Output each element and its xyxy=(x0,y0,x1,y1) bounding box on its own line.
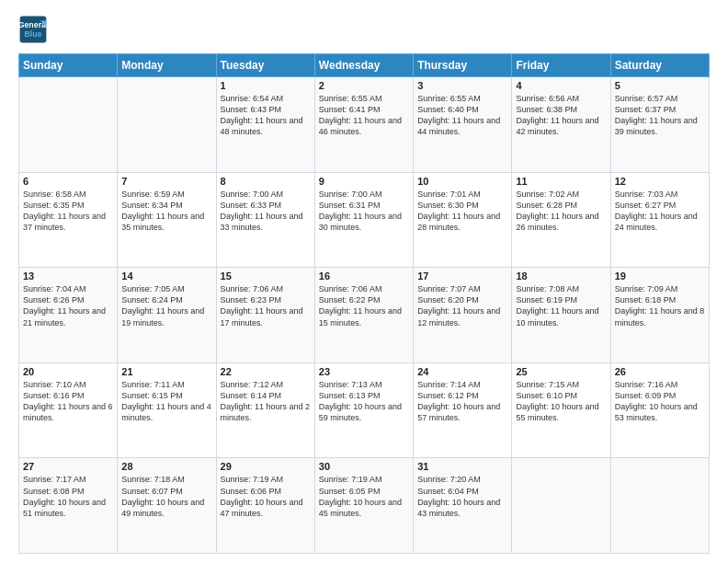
calendar-week-row: 27Sunrise: 7:17 AM Sunset: 6:08 PM Dayli… xyxy=(19,458,710,554)
day-info: Sunrise: 7:15 AM Sunset: 6:10 PM Dayligh… xyxy=(516,379,606,424)
calendar-cell: 31Sunrise: 7:20 AM Sunset: 6:04 PM Dayli… xyxy=(414,458,512,554)
day-info: Sunrise: 7:16 AM Sunset: 6:09 PM Dayligh… xyxy=(615,379,705,424)
day-number: 18 xyxy=(516,270,606,282)
calendar-cell: 21Sunrise: 7:11 AM Sunset: 6:15 PM Dayli… xyxy=(118,362,216,458)
day-info: Sunrise: 7:13 AM Sunset: 6:13 PM Dayligh… xyxy=(319,379,409,424)
calendar-cell: 6Sunrise: 6:58 AM Sunset: 6:35 PM Daylig… xyxy=(19,172,118,268)
day-info: Sunrise: 6:54 AM Sunset: 6:43 PM Dayligh… xyxy=(221,93,311,138)
day-number: 8 xyxy=(221,176,311,187)
day-info: Sunrise: 7:09 AM Sunset: 6:18 PM Dayligh… xyxy=(615,283,705,328)
calendar-cell: 8Sunrise: 7:00 AM Sunset: 6:33 PM Daylig… xyxy=(216,172,314,268)
day-number: 17 xyxy=(417,270,507,282)
day-info: Sunrise: 7:12 AM Sunset: 6:14 PM Dayligh… xyxy=(221,379,311,424)
day-info: Sunrise: 7:08 AM Sunset: 6:19 PM Dayligh… xyxy=(516,283,606,328)
day-number: 9 xyxy=(319,176,409,187)
calendar-cell: 29Sunrise: 7:19 AM Sunset: 6:06 PM Dayli… xyxy=(216,458,314,554)
day-number: 14 xyxy=(121,270,211,282)
day-info: Sunrise: 7:18 AM Sunset: 6:07 PM Dayligh… xyxy=(121,474,211,519)
calendar-week-row: 20Sunrise: 7:10 AM Sunset: 6:16 PM Dayli… xyxy=(19,362,710,458)
day-info: Sunrise: 7:05 AM Sunset: 6:24 PM Dayligh… xyxy=(121,283,211,328)
day-info: Sunrise: 6:59 AM Sunset: 6:34 PM Dayligh… xyxy=(121,189,211,234)
day-number: 29 xyxy=(221,461,311,472)
day-number: 13 xyxy=(23,270,113,282)
calendar-cell: 14Sunrise: 7:05 AM Sunset: 6:24 PM Dayli… xyxy=(118,268,216,363)
day-info: Sunrise: 6:56 AM Sunset: 6:38 PM Dayligh… xyxy=(516,93,606,138)
day-info: Sunrise: 7:00 AM Sunset: 6:31 PM Dayligh… xyxy=(319,189,409,234)
calendar-table: SundayMondayTuesdayWednesdayThursdayFrid… xyxy=(18,53,710,554)
calendar-cell: 3Sunrise: 6:55 AM Sunset: 6:40 PM Daylig… xyxy=(414,77,512,173)
logo-icon: General Blue xyxy=(18,15,48,44)
calendar-cell xyxy=(19,77,118,173)
day-number: 26 xyxy=(615,366,705,377)
calendar-cell xyxy=(118,77,216,173)
day-info: Sunrise: 6:57 AM Sunset: 6:37 PM Dayligh… xyxy=(615,93,705,138)
day-of-week-header: Saturday xyxy=(610,54,709,77)
day-info: Sunrise: 7:14 AM Sunset: 6:12 PM Dayligh… xyxy=(417,379,507,424)
calendar-cell: 22Sunrise: 7:12 AM Sunset: 6:14 PM Dayli… xyxy=(216,362,314,458)
day-info: Sunrise: 7:20 AM Sunset: 6:04 PM Dayligh… xyxy=(417,474,507,519)
day-of-week-header: Monday xyxy=(118,54,216,77)
calendar-cell: 24Sunrise: 7:14 AM Sunset: 6:12 PM Dayli… xyxy=(414,362,512,458)
calendar-cell: 15Sunrise: 7:06 AM Sunset: 6:23 PM Dayli… xyxy=(216,268,314,363)
day-number: 12 xyxy=(615,176,705,187)
day-of-week-header: Wednesday xyxy=(314,54,413,77)
calendar-cell: 20Sunrise: 7:10 AM Sunset: 6:16 PM Dayli… xyxy=(19,362,118,458)
day-of-week-header: Tuesday xyxy=(216,54,314,77)
day-header-row: SundayMondayTuesdayWednesdayThursdayFrid… xyxy=(19,54,710,77)
day-number: 19 xyxy=(615,270,705,282)
calendar-cell: 11Sunrise: 7:02 AM Sunset: 6:28 PM Dayli… xyxy=(512,172,610,268)
day-info: Sunrise: 7:11 AM Sunset: 6:15 PM Dayligh… xyxy=(121,379,211,424)
day-number: 7 xyxy=(121,176,211,187)
day-number: 31 xyxy=(417,461,507,472)
day-number: 23 xyxy=(319,366,409,377)
calendar-cell: 7Sunrise: 6:59 AM Sunset: 6:34 PM Daylig… xyxy=(118,172,216,268)
day-info: Sunrise: 7:17 AM Sunset: 6:08 PM Dayligh… xyxy=(23,474,113,519)
day-of-week-header: Friday xyxy=(512,54,610,77)
day-number: 6 xyxy=(23,176,113,187)
calendar-cell: 13Sunrise: 7:04 AM Sunset: 6:26 PM Dayli… xyxy=(19,268,118,363)
day-number: 1 xyxy=(221,80,311,91)
calendar-cell: 27Sunrise: 7:17 AM Sunset: 6:08 PM Dayli… xyxy=(19,458,118,554)
day-info: Sunrise: 7:02 AM Sunset: 6:28 PM Dayligh… xyxy=(516,189,606,234)
calendar-week-row: 13Sunrise: 7:04 AM Sunset: 6:26 PM Dayli… xyxy=(19,268,710,363)
calendar-cell xyxy=(610,458,709,554)
calendar-cell: 16Sunrise: 7:06 AM Sunset: 6:22 PM Dayli… xyxy=(314,268,413,363)
calendar-week-row: 6Sunrise: 6:58 AM Sunset: 6:35 PM Daylig… xyxy=(19,172,710,268)
calendar-cell: 17Sunrise: 7:07 AM Sunset: 6:20 PM Dayli… xyxy=(414,268,512,363)
svg-text:Blue: Blue xyxy=(24,29,41,39)
day-info: Sunrise: 7:04 AM Sunset: 6:26 PM Dayligh… xyxy=(23,283,113,328)
calendar-cell: 30Sunrise: 7:19 AM Sunset: 6:05 PM Dayli… xyxy=(314,458,413,554)
calendar-cell: 5Sunrise: 6:57 AM Sunset: 6:37 PM Daylig… xyxy=(610,77,709,173)
day-number: 4 xyxy=(516,80,606,91)
day-info: Sunrise: 7:00 AM Sunset: 6:33 PM Dayligh… xyxy=(221,189,311,234)
day-info: Sunrise: 7:06 AM Sunset: 6:23 PM Dayligh… xyxy=(221,283,311,328)
day-info: Sunrise: 6:58 AM Sunset: 6:35 PM Dayligh… xyxy=(23,189,113,234)
day-number: 3 xyxy=(417,80,507,91)
day-number: 15 xyxy=(221,270,311,282)
day-number: 25 xyxy=(516,366,606,377)
day-number: 20 xyxy=(23,366,113,377)
day-number: 30 xyxy=(319,461,409,472)
day-number: 22 xyxy=(221,366,311,377)
day-info: Sunrise: 6:55 AM Sunset: 6:41 PM Dayligh… xyxy=(319,93,409,138)
calendar-cell: 28Sunrise: 7:18 AM Sunset: 6:07 PM Dayli… xyxy=(118,458,216,554)
day-info: Sunrise: 7:10 AM Sunset: 6:16 PM Dayligh… xyxy=(23,379,113,424)
calendar-cell: 25Sunrise: 7:15 AM Sunset: 6:10 PM Dayli… xyxy=(512,362,610,458)
day-number: 11 xyxy=(516,176,606,187)
calendar-cell: 26Sunrise: 7:16 AM Sunset: 6:09 PM Dayli… xyxy=(610,362,709,458)
calendar-cell: 10Sunrise: 7:01 AM Sunset: 6:30 PM Dayli… xyxy=(414,172,512,268)
calendar-cell: 12Sunrise: 7:03 AM Sunset: 6:27 PM Dayli… xyxy=(610,172,709,268)
day-info: Sunrise: 7:06 AM Sunset: 6:22 PM Dayligh… xyxy=(319,283,409,328)
day-number: 10 xyxy=(417,176,507,187)
calendar-cell: 9Sunrise: 7:00 AM Sunset: 6:31 PM Daylig… xyxy=(314,172,413,268)
calendar-cell: 1Sunrise: 6:54 AM Sunset: 6:43 PM Daylig… xyxy=(216,77,314,173)
day-info: Sunrise: 7:03 AM Sunset: 6:27 PM Dayligh… xyxy=(615,189,705,234)
day-of-week-header: Sunday xyxy=(19,54,118,77)
day-info: Sunrise: 7:07 AM Sunset: 6:20 PM Dayligh… xyxy=(417,283,507,328)
day-info: Sunrise: 7:19 AM Sunset: 6:05 PM Dayligh… xyxy=(319,474,409,519)
calendar-cell: 18Sunrise: 7:08 AM Sunset: 6:19 PM Dayli… xyxy=(512,268,610,363)
day-number: 21 xyxy=(121,366,211,377)
day-number: 28 xyxy=(121,461,211,472)
calendar-cell: 19Sunrise: 7:09 AM Sunset: 6:18 PM Dayli… xyxy=(610,268,709,363)
logo: General Blue xyxy=(18,15,51,44)
